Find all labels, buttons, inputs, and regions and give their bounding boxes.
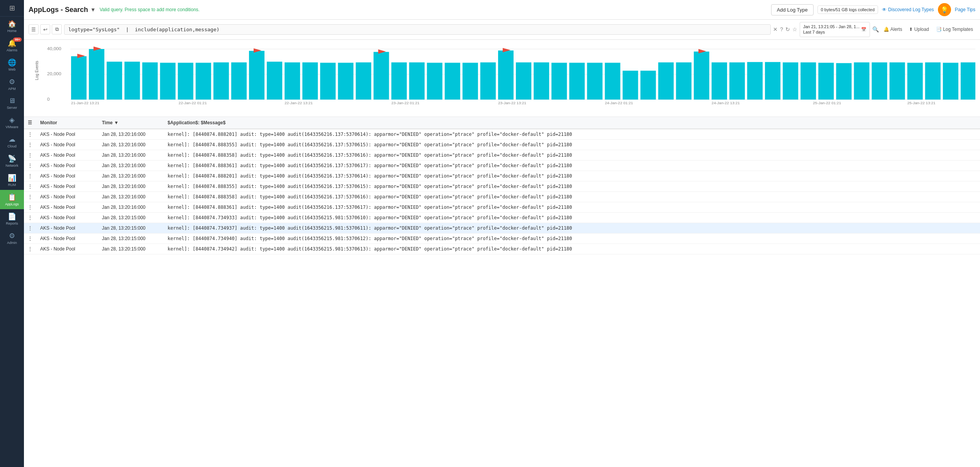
- sidebar-item-admin[interactable]: ⚙ Admin: [0, 228, 24, 248]
- col-message: $Application$: $Message$: [164, 117, 980, 129]
- table-row[interactable]: ⋮ AKS - Node Pool Jan 28, 13:20:16:000 k…: [24, 181, 980, 191]
- row-time: Jan 28, 13:20:16:000: [98, 181, 164, 191]
- sidebar-item-server[interactable]: 🖥 Server: [0, 94, 24, 113]
- table-row[interactable]: ⋮ AKS - Node Pool Jan 28, 13:20:16:000 k…: [24, 139, 980, 150]
- row-time: Jan 28, 13:20:16:000: [98, 150, 164, 160]
- row-message: kernel]: [8440874.888355] audit: type=14…: [164, 181, 980, 191]
- bar-27: [551, 63, 567, 99]
- sidebar-item-web[interactable]: 🌐 Web: [0, 55, 24, 74]
- table-row[interactable]: ⋮ AKS - Node Pool Jan 28, 13:20:16:000 k…: [24, 191, 980, 202]
- table-row[interactable]: ⋮ AKS - Node Pool Jan 28, 13:20:16:000 k…: [24, 202, 980, 212]
- sidebar-item-home[interactable]: 🏠 Home: [0, 17, 24, 36]
- row-message: kernel]: [8440874.888201] audit: type=14…: [164, 171, 980, 181]
- row-time: Jan 28, 13:20:16:000: [98, 139, 164, 150]
- row-dots-menu[interactable]: ⋮: [24, 233, 36, 244]
- row-dots-menu[interactable]: ⋮: [24, 202, 36, 212]
- row-dots-menu[interactable]: ⋮: [24, 150, 36, 160]
- x-label-0: 21-Jan-22 13:21: [71, 101, 99, 105]
- table-row[interactable]: ⋮ AKS - Node Pool Jan 28, 13:20:16:000 k…: [24, 171, 980, 181]
- row-dots-menu[interactable]: ⋮: [24, 171, 36, 181]
- col-monitor[interactable]: Monitor: [36, 117, 98, 129]
- bar-23: [480, 62, 496, 99]
- bar-1: [89, 49, 104, 100]
- sidebar-item-rum[interactable]: 📊 RUM: [0, 171, 24, 190]
- row-dots-menu[interactable]: ⋮: [24, 223, 36, 233]
- page-tips-label[interactable]: Page Tips: [955, 7, 975, 12]
- row-dots-menu[interactable]: ⋮: [24, 212, 36, 223]
- clear-icon[interactable]: ✕: [773, 26, 778, 32]
- bar-44: [854, 62, 869, 99]
- row-monitor: AKS - Node Pool: [36, 150, 98, 160]
- bar-19: [409, 62, 425, 99]
- search-icon[interactable]: 🔍: [872, 26, 879, 32]
- row-dots-menu[interactable]: ⋮: [24, 129, 36, 140]
- list-view-icon-btn[interactable]: ☰: [29, 24, 39, 34]
- sidebar-item-alarms[interactable]: 99+ 🔔 Alarms: [0, 36, 24, 55]
- date-range-picker[interactable]: Jan 21, 13:21:05 - Jan 28, 1... Last 7 d…: [800, 22, 870, 37]
- sidebar-item-apm[interactable]: ⚙ APM: [0, 74, 24, 94]
- bar-31: [622, 71, 638, 100]
- help-icon[interactable]: ?: [780, 26, 783, 32]
- row-time: Jan 28, 13:20:15:000: [98, 212, 164, 223]
- bar-7: [196, 63, 211, 99]
- sidebar-item-cloud[interactable]: ☁ Cloud: [0, 132, 24, 151]
- topbar: AppLogs - Search ▼ Valid query. Press sp…: [24, 0, 980, 20]
- table-row[interactable]: ⋮ AKS - Node Pool Jan 28, 13:20:15:000 k…: [24, 233, 980, 244]
- row-time: Jan 28, 13:20:16:000: [98, 129, 164, 140]
- table-row[interactable]: ⋮ AKS - Node Pool Jan 28, 13:20:16:000 k…: [24, 150, 980, 160]
- discovered-log-types-link[interactable]: 👁 Discovered Log Types: [882, 7, 934, 12]
- row-dots-menu[interactable]: ⋮: [24, 160, 36, 171]
- sidebar-item-reports[interactable]: 📄 Reports: [0, 209, 24, 228]
- table-row[interactable]: ⋮ AKS - Node Pool Jan 28, 13:20:15:000 k…: [24, 223, 980, 233]
- add-log-type-button[interactable]: Add Log Type: [771, 4, 814, 15]
- page-tips-button[interactable]: 💡: [938, 3, 951, 16]
- bar-21: [445, 63, 460, 99]
- bar-4: [142, 62, 158, 99]
- row-message: kernel]: [8440874.734933] audit: type=14…: [164, 212, 980, 223]
- row-time: Jan 28, 13:20:15:000: [98, 244, 164, 254]
- search-query-input[interactable]: [64, 24, 771, 35]
- sidebar-item-network[interactable]: 📡 Network: [0, 151, 24, 171]
- sidebar-item-vmware[interactable]: ◈ VMware: [0, 113, 24, 132]
- table-row[interactable]: ⋮ AKS - Node Pool Jan 28, 13:20:15:000 k…: [24, 244, 980, 254]
- upload-button[interactable]: ⬆ Upload: [907, 25, 931, 34]
- row-time: Jan 28, 13:20:16:000: [98, 171, 164, 181]
- row-dots-menu[interactable]: ⋮: [24, 191, 36, 202]
- table-row[interactable]: ⋮ AKS - Node Pool Jan 28, 13:20:16:000 k…: [24, 160, 980, 171]
- star-icon[interactable]: ☆: [792, 26, 797, 32]
- col-time[interactable]: Time ▼: [98, 117, 164, 129]
- bar-16: [356, 62, 371, 99]
- chart-area: Log Events 40,000 20,000 0: [24, 40, 980, 117]
- grid-menu-icon[interactable]: ⊞: [9, 4, 15, 12]
- log-templates-button[interactable]: 📑 Log Templates: [934, 25, 975, 34]
- title-dropdown-icon[interactable]: ▼: [90, 7, 96, 13]
- main-content: AppLogs - Search ▼ Valid query. Press sp…: [24, 0, 980, 467]
- log-collected-info: 0 bytes/51 GB logs collected: [817, 5, 878, 14]
- row-dots-menu[interactable]: ⋮: [24, 181, 36, 191]
- table-row[interactable]: ⋮ AKS - Node Pool Jan 28, 13:20:15:000 k…: [24, 212, 980, 223]
- alerts-button[interactable]: 🔔 Alerts: [881, 25, 904, 34]
- chart-svg: 40,000 20,000 0: [47, 44, 975, 105]
- refresh-icon[interactable]: ↻: [785, 26, 790, 32]
- sidebar-item-applogs[interactable]: 📋 AppLogs: [0, 190, 24, 209]
- server-icon: 🖥: [8, 97, 15, 105]
- bar-25: [516, 62, 531, 99]
- copy-icon-btn[interactable]: ⧉: [52, 24, 62, 34]
- applogs-icon: 📋: [8, 193, 16, 201]
- row-dots-menu[interactable]: ⋮: [24, 244, 36, 254]
- bar-46: [890, 62, 905, 99]
- rum-icon: 📊: [8, 174, 16, 182]
- row-message: kernel]: [8440874.734937] audit: type=14…: [164, 223, 980, 233]
- bar-32: [641, 71, 656, 100]
- table-row[interactable]: ⋮ AKS - Node Pool Jan 28, 13:20:16:000 k…: [24, 129, 980, 140]
- row-message: kernel]: [8440874.888355] audit: type=14…: [164, 139, 980, 150]
- bar-28: [569, 63, 585, 99]
- bar-6: [178, 63, 193, 99]
- x-label-1: 22-Jan-22 01:21: [179, 101, 207, 105]
- bar-5: [160, 63, 175, 99]
- bar-20: [427, 63, 443, 99]
- sidebar-label-admin: Admin: [7, 241, 17, 245]
- row-time: Jan 28, 13:20:16:000: [98, 160, 164, 171]
- history-icon-btn[interactable]: ↩: [40, 24, 50, 34]
- row-dots-menu[interactable]: ⋮: [24, 139, 36, 150]
